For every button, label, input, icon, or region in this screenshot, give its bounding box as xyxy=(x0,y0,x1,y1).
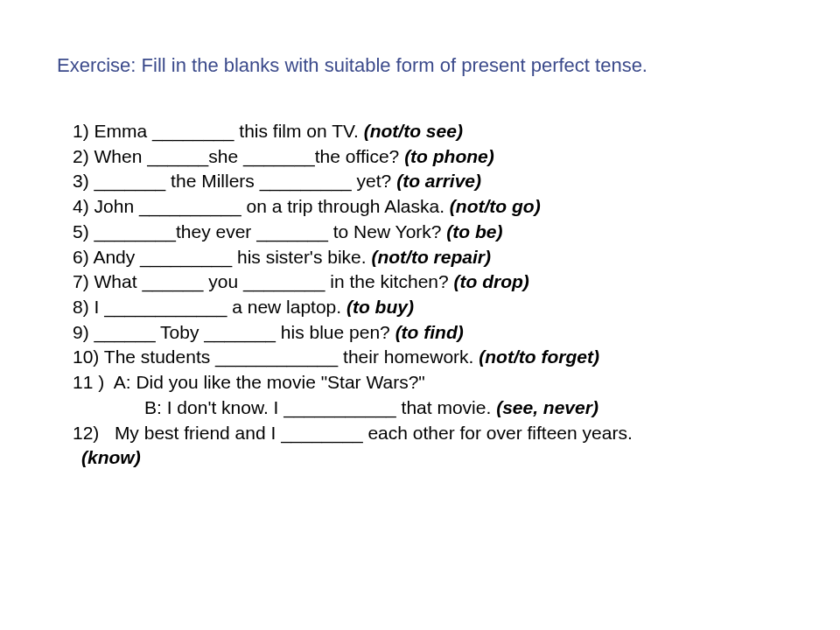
question-3: 3) _______ the Millers _________ yet? (t… xyxy=(73,169,792,193)
question-text: When ______she _______the office? xyxy=(94,146,400,166)
question-hint: (to buy) xyxy=(346,297,414,317)
question-1: 1) Emma ________ this film on TV. (not/t… xyxy=(73,119,792,144)
question-11-a: 11 ) A: Did you like the movie "Star War… xyxy=(73,370,792,395)
question-12: 12) My best friend and I ________ each o… xyxy=(73,421,792,445)
question-number: 2) xyxy=(73,146,89,166)
question-7: 7) What ______ you ________ in the kitch… xyxy=(73,270,792,294)
question-hint: (to phone) xyxy=(404,146,494,166)
question-hint: (see, never) xyxy=(496,397,598,417)
question-text: I ____________ a new laptop. xyxy=(94,297,342,317)
question-number: 5) xyxy=(73,221,89,242)
exercise-title: Exercise: Fill in the blanks with suitab… xyxy=(48,54,792,77)
question-text: What ______ you ________ in the kitchen? xyxy=(94,271,449,291)
question-number: 11 ) xyxy=(73,372,104,392)
question-text: B: I don't know. I ___________ that movi… xyxy=(144,397,491,417)
question-4: 4) John __________ on a trip through Ala… xyxy=(73,194,792,219)
exercise-list: 1) Emma ________ this film on TV. (not/t… xyxy=(48,119,792,470)
question-6: 6) Andy _________ his sister's bike. (no… xyxy=(73,245,792,270)
question-hint: (know) xyxy=(81,447,141,467)
question-10: 10) The students ____________ their home… xyxy=(73,345,792,369)
question-number: 9) xyxy=(73,322,89,342)
question-hint: (to drop) xyxy=(454,271,529,291)
question-text: Emma ________ this film on TV. xyxy=(94,121,359,141)
question-hint: (not/to see) xyxy=(364,121,463,141)
question-hint: (to arrive) xyxy=(396,171,481,191)
question-9: 9) ______ Toby _______ his blue pen? (to… xyxy=(73,320,792,345)
question-text: Andy _________ his sister's bike. xyxy=(93,247,366,267)
question-hint: (not/to forget) xyxy=(479,346,599,367)
question-number: 8) xyxy=(73,297,89,317)
question-text: My best friend and I ________ each other… xyxy=(115,423,633,443)
question-hint: (to be) xyxy=(446,221,502,242)
question-11-b: B: I don't know. I ___________ that movi… xyxy=(73,396,792,420)
question-text: ______ Toby _______ his blue pen? xyxy=(94,322,390,342)
question-5: 5) ________they ever _______ to New York… xyxy=(73,220,792,244)
question-number: 6) xyxy=(73,247,89,267)
question-text: The students ____________ their homework… xyxy=(104,346,474,367)
question-12-hint: (know) xyxy=(73,445,792,470)
exercise-document: Exercise: Fill in the blanks with suitab… xyxy=(0,0,840,470)
question-number: 1) xyxy=(73,121,89,141)
question-text: _______ the Millers _________ yet? xyxy=(94,171,392,191)
question-text: A: Did you like the movie "Star Wars?" xyxy=(114,372,425,392)
question-text: ________they ever _______ to New York? xyxy=(94,221,442,242)
question-number: 10) xyxy=(73,346,99,367)
question-number: 4) xyxy=(73,196,89,216)
question-hint: (to find) xyxy=(396,322,464,342)
question-number: 12) xyxy=(73,423,99,443)
question-text: John __________ on a trip through Alaska… xyxy=(94,196,444,216)
question-number: 7) xyxy=(73,271,89,291)
question-2: 2) When ______she _______the office? (to… xyxy=(73,144,792,169)
question-hint: (not/to go) xyxy=(450,196,541,216)
question-number: 3) xyxy=(73,171,89,191)
question-8: 8) I ____________ a new laptop. (to buy) xyxy=(73,295,792,319)
question-hint: (not/to repair) xyxy=(371,247,491,267)
